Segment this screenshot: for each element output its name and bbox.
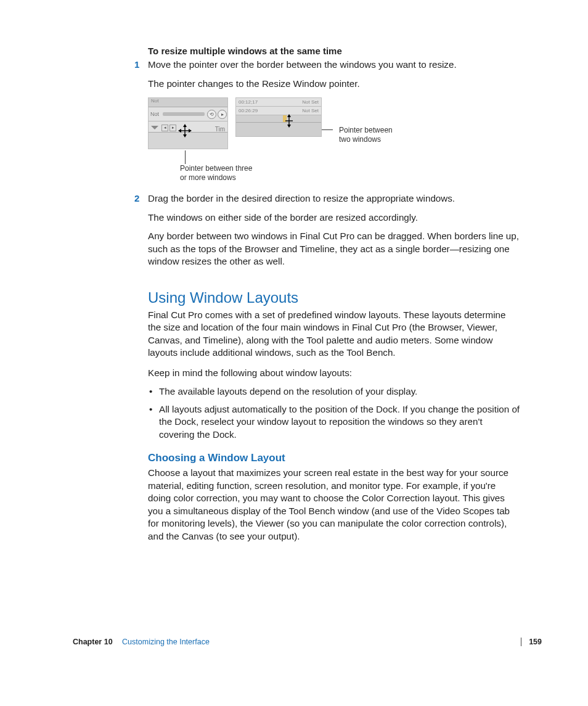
track-area: [149, 132, 227, 149]
step-2-follow: The windows on either side of the border…: [148, 211, 520, 224]
section-keep: Keep in mind the following about window …: [148, 367, 520, 380]
step-1-text: Move the pointer over the border between…: [148, 59, 457, 70]
procedure-title: To resize multiple windows at the same t…: [148, 46, 520, 56]
footer-chapter: Chapter 10: [73, 638, 113, 646]
right-arrow-icon: ▸: [169, 125, 176, 131]
callout-right: Pointer between two windows: [339, 126, 413, 144]
step-number-1: 1: [134, 59, 139, 71]
screenshot-left: Not Not ⟲ ▸ ◂ ▸ Tim: [148, 97, 228, 149]
callout-bottom: Pointer between three or more windows: [180, 164, 520, 183]
bullet-1: The available layouts depend on the reso…: [148, 385, 520, 398]
resize-pointer-figure: Not Not ⟲ ▸ ◂ ▸ Tim: [148, 97, 520, 183]
shot1-not: Not: [149, 111, 161, 117]
tc4: Not Set: [302, 108, 319, 113]
step-2-text: Drag the border in the desired direction…: [148, 193, 455, 203]
section-intro: Final Cut Pro comes with a set of predef…: [148, 309, 520, 359]
footer-chapter-title: Customizing the Interface: [122, 638, 210, 646]
vertical-resize-cursor-icon: [285, 115, 293, 126]
subsection-para: Choose a layout that maximizes your scre…: [148, 467, 520, 543]
dropdown-icon: [151, 126, 158, 129]
shot1-tab: Not: [149, 98, 227, 107]
step-2-para: Any border between two windows in Final …: [148, 230, 520, 268]
bullet-2: All layouts adjust automatically to the …: [148, 403, 520, 441]
step-1-follow: The pointer changes to the Resize Window…: [148, 78, 520, 91]
callout-leader-right: [322, 129, 333, 130]
callout-leader-down: [185, 150, 186, 164]
tc2: Not Set: [302, 99, 319, 105]
progress-bar-icon: [163, 112, 205, 116]
timeline-lower: [236, 122, 321, 136]
round-button-b-icon: ▸: [218, 110, 227, 119]
step-number-2: 2: [134, 192, 139, 205]
footer-page-number: 159: [521, 638, 542, 646]
tc3: 00:26:29: [239, 108, 258, 113]
left-arrow-icon: ◂: [161, 125, 168, 131]
tc1: 00:12;17: [239, 99, 258, 105]
round-button-a-icon: ⟲: [207, 110, 216, 119]
page-footer: Chapter 10 Customizing the Interface 159: [73, 638, 542, 646]
section-title: Using Window Layouts: [148, 289, 520, 306]
screenshot-right: 00:12;17 Not Set 00:26:29 Not Set: [235, 97, 322, 137]
subsection-title: Choosing a Window Layout: [148, 452, 520, 464]
